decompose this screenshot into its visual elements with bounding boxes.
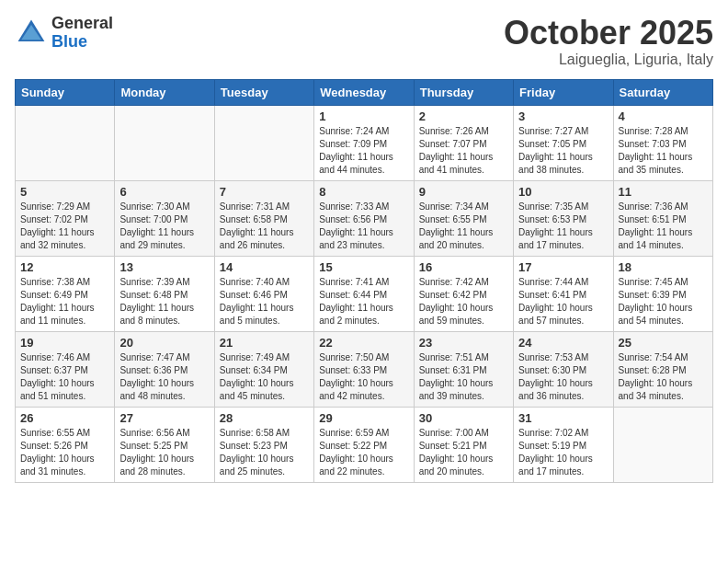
day-number: 13 <box>119 260 209 274</box>
logo-blue: Blue <box>51 33 113 52</box>
day-number: 18 <box>619 260 708 274</box>
day-number: 23 <box>419 336 508 350</box>
calendar-day: 13Sunrise: 7:39 AM Sunset: 6:48 PM Dayli… <box>115 256 214 331</box>
day-info: Sunrise: 7:47 AM Sunset: 6:36 PM Dayligh… <box>119 351 209 403</box>
calendar-day: 7Sunrise: 7:31 AM Sunset: 6:58 PM Daylig… <box>214 180 313 256</box>
day-info: Sunrise: 7:31 AM Sunset: 6:58 PM Dayligh… <box>220 201 309 252</box>
calendar-day: 4Sunrise: 7:28 AM Sunset: 7:03 PM Daylig… <box>613 105 712 180</box>
day-number: 14 <box>220 260 309 274</box>
day-info: Sunrise: 7:46 AM Sunset: 6:37 PM Dayligh… <box>20 351 109 403</box>
day-info: Sunrise: 7:40 AM Sunset: 6:46 PM Dayligh… <box>220 276 309 327</box>
calendar-day: 24Sunrise: 7:53 AM Sunset: 6:30 PM Dayli… <box>514 331 613 407</box>
day-info: Sunrise: 7:41 AM Sunset: 6:44 PM Dayligh… <box>319 276 408 327</box>
day-info: Sunrise: 7:27 AM Sunset: 7:05 PM Dayligh… <box>518 125 608 177</box>
day-number: 22 <box>319 336 408 350</box>
day-number: 24 <box>518 336 608 350</box>
day-info: Sunrise: 7:30 AM Sunset: 7:00 PM Dayligh… <box>119 201 209 252</box>
day-number: 5 <box>20 185 109 199</box>
day-info: Sunrise: 7:28 AM Sunset: 7:03 PM Dayligh… <box>619 125 708 177</box>
calendar-day: 28Sunrise: 6:58 AM Sunset: 5:23 PM Dayli… <box>214 407 313 482</box>
day-info: Sunrise: 7:35 AM Sunset: 6:53 PM Dayligh… <box>518 201 608 252</box>
calendar-day: 6Sunrise: 7:30 AM Sunset: 7:00 PM Daylig… <box>115 180 214 256</box>
day-number: 1 <box>319 109 408 123</box>
calendar-day: 5Sunrise: 7:29 AM Sunset: 7:02 PM Daylig… <box>16 180 115 256</box>
location-title: Laigueglia, Liguria, Italy <box>504 52 713 68</box>
calendar-day: 22Sunrise: 7:50 AM Sunset: 6:33 PM Dayli… <box>314 331 414 407</box>
calendar-day: 31Sunrise: 7:02 AM Sunset: 5:19 PM Dayli… <box>514 407 613 482</box>
calendar-week-4: 19Sunrise: 7:46 AM Sunset: 6:37 PM Dayli… <box>16 331 713 407</box>
header-wednesday: Wednesday <box>314 79 414 105</box>
day-info: Sunrise: 7:24 AM Sunset: 7:09 PM Dayligh… <box>319 125 408 177</box>
day-info: Sunrise: 7:00 AM Sunset: 5:21 PM Dayligh… <box>419 427 508 478</box>
calendar-day: 8Sunrise: 7:33 AM Sunset: 6:56 PM Daylig… <box>314 180 414 256</box>
day-info: Sunrise: 6:56 AM Sunset: 5:25 PM Dayligh… <box>119 427 209 478</box>
header-saturday: Saturday <box>613 79 712 105</box>
calendar-day: 10Sunrise: 7:35 AM Sunset: 6:53 PM Dayli… <box>514 180 613 256</box>
calendar-day: 20Sunrise: 7:47 AM Sunset: 6:36 PM Dayli… <box>115 331 214 407</box>
day-info: Sunrise: 6:55 AM Sunset: 5:26 PM Dayligh… <box>20 427 109 478</box>
day-number: 10 <box>518 185 608 199</box>
day-info: Sunrise: 7:02 AM Sunset: 5:19 PM Dayligh… <box>518 427 608 478</box>
day-info: Sunrise: 7:45 AM Sunset: 6:39 PM Dayligh… <box>619 276 708 327</box>
header-sunday: Sunday <box>16 79 115 105</box>
calendar-header: Sunday Monday Tuesday Wednesday Thursday… <box>16 79 713 105</box>
day-number: 4 <box>619 109 708 123</box>
logo-icon <box>15 17 48 50</box>
day-info: Sunrise: 7:33 AM Sunset: 6:56 PM Dayligh… <box>319 201 408 252</box>
day-info: Sunrise: 7:53 AM Sunset: 6:30 PM Dayligh… <box>518 351 608 403</box>
day-number: 19 <box>20 336 109 350</box>
day-info: Sunrise: 7:54 AM Sunset: 6:28 PM Dayligh… <box>619 351 708 403</box>
day-number: 7 <box>220 185 309 199</box>
day-info: Sunrise: 7:39 AM Sunset: 6:48 PM Dayligh… <box>119 276 209 327</box>
title-area: October 2025 Laigueglia, Liguria, Italy <box>504 15 713 68</box>
calendar-day: 14Sunrise: 7:40 AM Sunset: 6:46 PM Dayli… <box>214 256 313 331</box>
day-number: 21 <box>220 336 309 350</box>
calendar-day: 19Sunrise: 7:46 AM Sunset: 6:37 PM Dayli… <box>16 331 115 407</box>
calendar-day: 30Sunrise: 7:00 AM Sunset: 5:21 PM Dayli… <box>414 407 513 482</box>
calendar-day: 29Sunrise: 6:59 AM Sunset: 5:22 PM Dayli… <box>314 407 414 482</box>
calendar-day: 26Sunrise: 6:55 AM Sunset: 5:26 PM Dayli… <box>16 407 115 482</box>
day-info: Sunrise: 6:58 AM Sunset: 5:23 PM Dayligh… <box>220 427 309 478</box>
day-number: 30 <box>419 411 508 425</box>
calendar-week-2: 5Sunrise: 7:29 AM Sunset: 7:02 PM Daylig… <box>16 180 713 256</box>
day-info: Sunrise: 7:38 AM Sunset: 6:49 PM Dayligh… <box>20 276 109 327</box>
calendar-day: 12Sunrise: 7:38 AM Sunset: 6:49 PM Dayli… <box>16 256 115 331</box>
logo-general: General <box>51 15 113 33</box>
header-monday: Monday <box>115 79 214 105</box>
day-number: 27 <box>119 411 209 425</box>
day-number: 29 <box>319 411 408 425</box>
day-info: Sunrise: 7:26 AM Sunset: 7:07 PM Dayligh… <box>419 125 508 177</box>
calendar-day: 2Sunrise: 7:26 AM Sunset: 7:07 PM Daylig… <box>414 105 513 180</box>
calendar-day: 9Sunrise: 7:34 AM Sunset: 6:55 PM Daylig… <box>414 180 513 256</box>
day-info: Sunrise: 7:50 AM Sunset: 6:33 PM Dayligh… <box>319 351 408 403</box>
day-info: Sunrise: 7:51 AM Sunset: 6:31 PM Dayligh… <box>419 351 508 403</box>
day-number: 17 <box>518 260 608 274</box>
header-friday: Friday <box>514 79 613 105</box>
day-number: 26 <box>20 411 109 425</box>
calendar-table: Sunday Monday Tuesday Wednesday Thursday… <box>15 79 713 483</box>
calendar-day <box>613 407 712 482</box>
calendar-day: 27Sunrise: 6:56 AM Sunset: 5:25 PM Dayli… <box>115 407 214 482</box>
calendar-body: 1Sunrise: 7:24 AM Sunset: 7:09 PM Daylig… <box>16 105 713 482</box>
day-info: Sunrise: 6:59 AM Sunset: 5:22 PM Dayligh… <box>319 427 408 478</box>
calendar-day: 23Sunrise: 7:51 AM Sunset: 6:31 PM Dayli… <box>414 331 513 407</box>
calendar-day: 3Sunrise: 7:27 AM Sunset: 7:05 PM Daylig… <box>514 105 613 180</box>
day-number: 8 <box>319 185 408 199</box>
calendar-day: 21Sunrise: 7:49 AM Sunset: 6:34 PM Dayli… <box>214 331 313 407</box>
day-number: 12 <box>20 260 109 274</box>
day-number: 2 <box>419 109 508 123</box>
day-number: 20 <box>119 336 209 350</box>
day-info: Sunrise: 7:29 AM Sunset: 7:02 PM Dayligh… <box>20 201 109 252</box>
calendar-week-5: 26Sunrise: 6:55 AM Sunset: 5:26 PM Dayli… <box>16 407 713 482</box>
calendar-day: 11Sunrise: 7:36 AM Sunset: 6:51 PM Dayli… <box>613 180 712 256</box>
day-info: Sunrise: 7:42 AM Sunset: 6:42 PM Dayligh… <box>419 276 508 327</box>
logo: General Blue <box>15 15 113 52</box>
day-info: Sunrise: 7:49 AM Sunset: 6:34 PM Dayligh… <box>220 351 309 403</box>
calendar-day: 16Sunrise: 7:42 AM Sunset: 6:42 PM Dayli… <box>414 256 513 331</box>
calendar-day <box>214 105 313 180</box>
calendar-day: 15Sunrise: 7:41 AM Sunset: 6:44 PM Dayli… <box>314 256 414 331</box>
day-number: 9 <box>419 185 508 199</box>
day-number: 11 <box>619 185 708 199</box>
calendar-day: 1Sunrise: 7:24 AM Sunset: 7:09 PM Daylig… <box>314 105 414 180</box>
page-header: General Blue October 2025 Laigueglia, Li… <box>15 15 713 68</box>
